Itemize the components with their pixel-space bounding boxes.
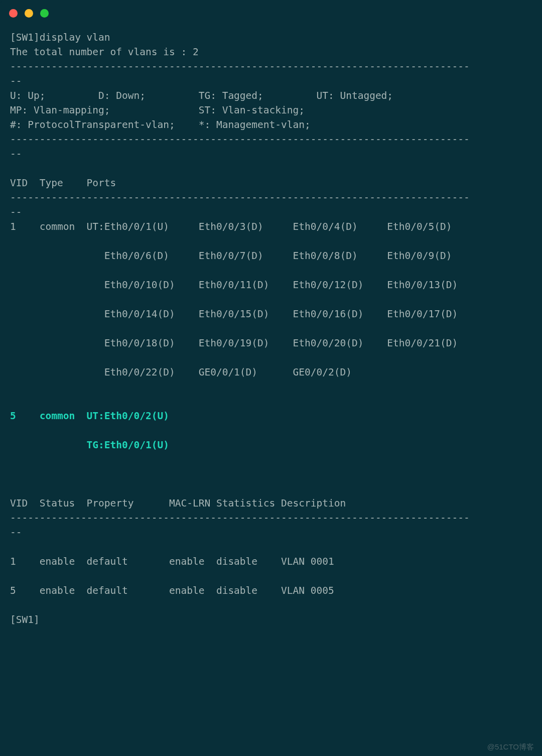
term-line: ----------------------------------------… <box>10 512 470 524</box>
term-line: ----------------------------------------… <box>10 61 470 72</box>
term-line: -- <box>10 148 22 160</box>
term-line: MP: Vlan-mapping; ST: Vlan-stacking; <box>10 104 305 116</box>
term-line: #: ProtocolTransparent-vlan; *: Manageme… <box>10 119 311 131</box>
term-line: -- <box>10 75 22 87</box>
term-line: [SW1] <box>10 614 40 625</box>
term-line: 1 enable default enable disable VLAN 000… <box>10 556 334 567</box>
term-line: -- <box>10 527 22 538</box>
term-line-highlight: 5 common UT:Eth0/0/2(U) <box>10 410 169 422</box>
term-line: Eth0/0/6(D) Eth0/0/7(D) Eth0/0/8(D) Eth0… <box>10 250 452 262</box>
term-line: Eth0/0/14(D) Eth0/0/15(D) Eth0/0/16(D) E… <box>10 308 458 320</box>
term-line: The total number of vlans is : 2 <box>10 46 199 58</box>
term-line: 5 enable default enable disable VLAN 000… <box>10 585 334 596</box>
term-line: -- <box>10 206 22 218</box>
term-line: VID Status Property MAC-LRN Statistics D… <box>10 497 346 509</box>
zoom-icon[interactable] <box>40 9 49 18</box>
term-line: Eth0/0/10(D) Eth0/0/11(D) Eth0/0/12(D) E… <box>10 279 458 291</box>
term-line: VID Type Ports <box>10 177 116 189</box>
term-line-highlight: TG:Eth0/0/1(U) <box>10 439 169 451</box>
term-line: ----------------------------------------… <box>10 134 470 145</box>
term-line: 1 common UT:Eth0/0/1(U) Eth0/0/3(D) Eth0… <box>10 221 452 232</box>
window-controls <box>9 9 49 18</box>
term-line: ----------------------------------------… <box>10 192 470 203</box>
terminal-output: [SW1]display vlan The total number of vl… <box>10 30 532 627</box>
terminal-window: [SW1]display vlan The total number of vl… <box>0 0 542 756</box>
close-icon[interactable] <box>9 9 18 18</box>
term-line: Eth0/0/22(D) GE0/0/1(D) GE0/0/2(D) <box>10 366 352 378</box>
term-line: Eth0/0/18(D) Eth0/0/19(D) Eth0/0/20(D) E… <box>10 337 458 349</box>
watermark: @51CTO博客 <box>487 742 534 752</box>
term-line: [SW1]display vlan <box>10 32 110 43</box>
term-line: U: Up; D: Down; TG: Tagged; UT: Untagged… <box>10 90 393 101</box>
minimize-icon[interactable] <box>25 9 33 18</box>
